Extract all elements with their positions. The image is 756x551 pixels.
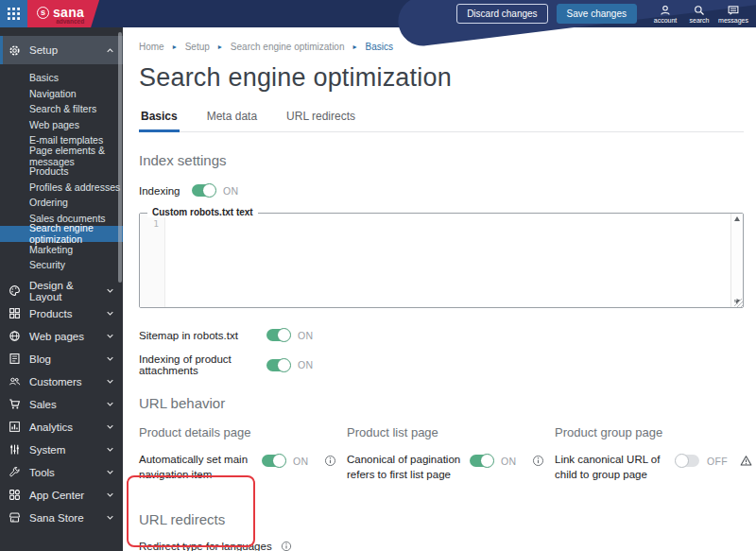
sitemap-state: ON xyxy=(298,330,313,341)
robots-txt-editor[interactable]: Custom robots.txt text 1 xyxy=(139,213,744,308)
apps-grid-icon xyxy=(8,8,20,20)
cart-icon xyxy=(9,398,21,410)
chevron-down-icon xyxy=(106,309,114,318)
globe-icon xyxy=(9,330,21,342)
editor-scrollbar[interactable] xyxy=(730,214,743,307)
breadcrumb-separator-icon: ▸ xyxy=(353,43,357,51)
info-icon[interactable] xyxy=(532,455,544,467)
sidebar: Setup Basics Navigation Search & filters… xyxy=(0,27,123,551)
url-redirects-section: URL redirects Redirect type for language… xyxy=(139,511,744,551)
setup-submenu: Basics Navigation Search & filters Web p… xyxy=(0,64,123,280)
sidebar-item-page-elements[interactable]: Page elements & messages xyxy=(0,148,123,164)
line-number-gutter: 1 xyxy=(140,214,165,307)
product-details-page-heading: Product details page xyxy=(139,425,340,439)
palette-icon xyxy=(9,284,21,297)
sidebar-item-basics[interactable]: Basics xyxy=(0,70,123,86)
product-details-page-column: Product details page Automatically set m… xyxy=(139,425,340,482)
sidebar-item-search-filters[interactable]: Search & filters xyxy=(0,101,123,117)
sitemap-toggle[interactable] xyxy=(266,329,290,341)
account-button[interactable]: account xyxy=(648,5,682,24)
sidebar-item-web-pages[interactable]: Web pages xyxy=(0,117,123,133)
indexing-toggle[interactable] xyxy=(192,184,215,197)
sidebar-section-analytics[interactable]: Analytics xyxy=(0,416,123,439)
warning-icon[interactable] xyxy=(740,455,752,467)
main-content: Home ▸ Setup ▸ Search engine optimizatio… xyxy=(123,27,756,551)
indexing-state: ON xyxy=(223,185,238,197)
info-icon[interactable] xyxy=(281,541,292,551)
sitemap-label: Sitemap in robots.txt xyxy=(139,330,266,341)
chevron-down-icon xyxy=(106,422,114,431)
sidebar-item-navigation[interactable]: Navigation xyxy=(0,86,123,102)
sidebar-section-customers[interactable]: Customers xyxy=(0,370,123,393)
product-attachments-toggle[interactable] xyxy=(266,359,290,371)
sidebar-item-search-engine-optimization[interactable]: Search engine optimization xyxy=(0,226,123,242)
bar-chart-icon xyxy=(9,421,21,433)
sidebar-section-blog[interactable]: Blog xyxy=(0,348,123,370)
search-button[interactable]: search xyxy=(682,5,716,24)
link-canonical-child-state: OFF xyxy=(707,456,728,467)
chevron-down-icon xyxy=(106,377,114,386)
chevron-down-icon xyxy=(106,468,114,476)
link-canonical-child-toggle[interactable] xyxy=(676,455,699,467)
breadcrumb-current: Basics xyxy=(366,42,393,52)
breadcrumb-separator-icon: ▸ xyxy=(173,43,177,51)
product-list-page-heading: Product list page xyxy=(347,425,548,439)
search-icon xyxy=(694,5,705,16)
app-center-icon xyxy=(9,489,21,501)
sidebar-section-sana-store[interactable]: Sana Store xyxy=(0,507,123,529)
resize-grip-icon[interactable] xyxy=(734,299,743,307)
auto-main-nav-state: ON xyxy=(293,456,308,467)
tab-bar: Basics Meta data URL redirects xyxy=(139,110,744,132)
sidebar-section-app-center[interactable]: App Center xyxy=(0,484,123,507)
redirect-type-label: Redirect type for languages xyxy=(139,541,272,551)
account-icon xyxy=(660,5,671,16)
grid-icon xyxy=(9,307,21,319)
index-settings-heading: Index settings xyxy=(139,152,744,168)
breadcrumb-setup[interactable]: Setup xyxy=(185,42,210,52)
chevron-down-icon xyxy=(106,400,114,408)
robots-txt-textarea[interactable] xyxy=(165,214,730,307)
apps-menu-button[interactable] xyxy=(0,0,27,27)
tab-url-redirects[interactable]: URL redirects xyxy=(284,110,357,131)
product-attachments-setting-row: Indexing of product attachments ON xyxy=(139,353,744,376)
sidebar-item-profiles-addresses[interactable]: Profiles & addresses xyxy=(0,180,123,196)
sana-logo[interactable]: s sana advanced xyxy=(27,0,99,27)
sitemap-setting-row: Sitemap in robots.txt ON xyxy=(139,329,744,341)
sidebar-item-ordering[interactable]: Ordering xyxy=(0,195,123,211)
sidebar-section-label: Setup xyxy=(29,44,97,56)
info-icon[interactable] xyxy=(324,455,336,467)
save-changes-button[interactable]: Save changes xyxy=(557,4,637,24)
sidebar-section-products[interactable]: Products xyxy=(0,302,123,325)
messages-icon xyxy=(728,5,739,16)
breadcrumb-separator-icon: ▸ xyxy=(218,43,222,51)
chevron-down-icon xyxy=(106,332,114,340)
gear-icon xyxy=(9,44,21,57)
store-icon xyxy=(9,511,21,524)
product-group-page-column: Product group page Link canonical URL of… xyxy=(555,425,756,482)
product-attachments-label: Indexing of product attachments xyxy=(139,353,266,376)
url-behavior-columns: Product details page Automatically set m… xyxy=(139,425,744,482)
messages-button[interactable]: messages xyxy=(716,5,750,24)
chevron-down-icon xyxy=(106,445,114,454)
topbar: s sana advanced Discard changes Save cha… xyxy=(0,0,756,27)
auto-main-nav-toggle[interactable] xyxy=(262,455,285,467)
canonical-pagination-state: ON xyxy=(501,456,516,467)
sidebar-section-web-pages[interactable]: Web pages xyxy=(0,325,123,348)
url-behavior-heading: URL behavior xyxy=(139,395,744,411)
sana-logo-s-icon: s xyxy=(37,7,49,19)
discard-changes-button[interactable]: Discard changes xyxy=(456,4,547,24)
tab-meta-data[interactable]: Meta data xyxy=(205,110,259,131)
sidebar-section-setup[interactable]: Setup xyxy=(0,36,123,64)
tab-basics[interactable]: Basics xyxy=(139,110,180,132)
canonical-pagination-toggle[interactable] xyxy=(470,455,493,467)
link-canonical-child-label: Link canonical URL of child to group pag… xyxy=(555,453,670,482)
sidebar-scrollbar[interactable] xyxy=(118,32,122,283)
breadcrumb-home[interactable]: Home xyxy=(139,42,164,52)
breadcrumb-seo[interactable]: Search engine optimization xyxy=(231,42,345,52)
sidebar-section-sales[interactable]: Sales xyxy=(0,393,123,416)
sidebar-section-tools[interactable]: Tools xyxy=(0,461,123,484)
scroll-up-icon[interactable] xyxy=(734,216,740,221)
sidebar-item-security[interactable]: Security xyxy=(0,257,123,273)
sidebar-section-design-layout[interactable]: Design & Layout xyxy=(0,280,123,302)
sidebar-section-system[interactable]: System xyxy=(0,439,123,461)
